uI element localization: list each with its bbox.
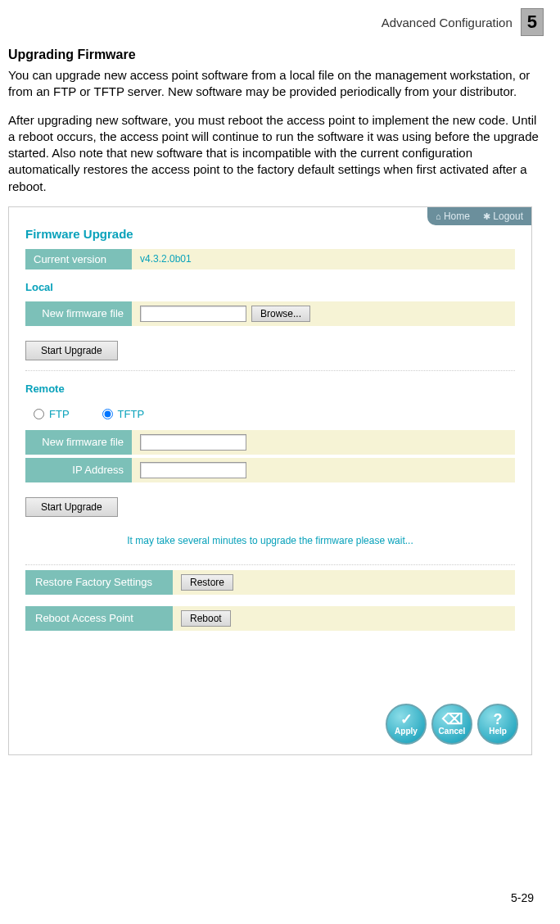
reboot-row: Reboot Access Point Reboot bbox=[25, 606, 515, 631]
cancel-button[interactable]: ⌫Cancel bbox=[431, 704, 472, 745]
breadcrumb-text: Advanced Configuration bbox=[382, 16, 513, 29]
restore-button[interactable]: Restore bbox=[181, 574, 233, 591]
page-number: 5-29 bbox=[511, 891, 534, 904]
logout-icon: ✱ bbox=[483, 211, 490, 221]
home-link[interactable]: ⌂ Home bbox=[436, 211, 470, 222]
restore-label: Restore Factory Settings bbox=[25, 570, 173, 595]
home-icon: ⌂ bbox=[436, 211, 441, 221]
remote-section-label: Remote bbox=[25, 383, 515, 395]
section-title: Upgrading Firmware bbox=[8, 48, 544, 62]
trash-icon: ⌫ bbox=[442, 712, 463, 727]
local-fw-file-label: New firmware file bbox=[25, 301, 132, 326]
remote-ip-input[interactable] bbox=[140, 462, 246, 478]
local-start-upgrade-button[interactable]: Start Upgrade bbox=[25, 341, 118, 360]
remote-ip-label: IP Address bbox=[25, 458, 132, 482]
current-version-label: Current version bbox=[25, 249, 132, 270]
remote-ip-row: IP Address bbox=[25, 458, 515, 482]
restore-row: Restore Factory Settings Restore bbox=[25, 570, 515, 595]
apply-button[interactable]: ✓Apply bbox=[386, 704, 427, 745]
remote-fw-file-label: New firmware file bbox=[25, 430, 132, 455]
panel-title: Firmware Upgrade bbox=[25, 227, 515, 241]
browse-button[interactable]: Browse... bbox=[251, 306, 310, 322]
current-version-row: Current version v4.3.2.0b01 bbox=[25, 249, 515, 270]
doc-paragraph-2: After upgrading new software, you must r… bbox=[8, 112, 544, 195]
current-version-value: v4.3.2.0b01 bbox=[132, 249, 515, 270]
chapter-number: 5 bbox=[521, 8, 544, 36]
ftp-radio[interactable]: FTP bbox=[34, 408, 70, 420]
local-section-label: Local bbox=[25, 281, 515, 293]
top-nav: ⌂ Home ✱ Logout bbox=[427, 207, 531, 225]
local-fw-file-row: New firmware file Browse... bbox=[25, 301, 515, 326]
question-icon: ? bbox=[494, 712, 503, 727]
remote-fw-file-row: New firmware file bbox=[25, 430, 515, 455]
doc-paragraph-1: You can upgrade new access point softwar… bbox=[8, 67, 544, 101]
check-icon: ✓ bbox=[400, 712, 413, 727]
help-button[interactable]: ?Help bbox=[477, 704, 518, 745]
local-fw-file-input[interactable] bbox=[140, 306, 246, 322]
logout-link[interactable]: ✱ Logout bbox=[483, 211, 523, 222]
remote-start-upgrade-button[interactable]: Start Upgrade bbox=[25, 497, 118, 517]
reboot-button[interactable]: Reboot bbox=[181, 610, 231, 627]
wait-message: It may take several minutes to upgrade t… bbox=[25, 535, 515, 546]
tftp-radio[interactable]: TFTP bbox=[102, 408, 145, 420]
footer-buttons: ✓Apply ⌫Cancel ?Help bbox=[386, 704, 518, 745]
page-header: Advanced Configuration 5 bbox=[0, 0, 560, 36]
embedded-ui-screenshot: ⌂ Home ✱ Logout Firmware Upgrade Current… bbox=[8, 206, 532, 755]
remote-fw-file-input[interactable] bbox=[140, 434, 246, 451]
remote-protocol-radios: FTP TFTP bbox=[25, 403, 515, 430]
reboot-label: Reboot Access Point bbox=[25, 606, 173, 631]
